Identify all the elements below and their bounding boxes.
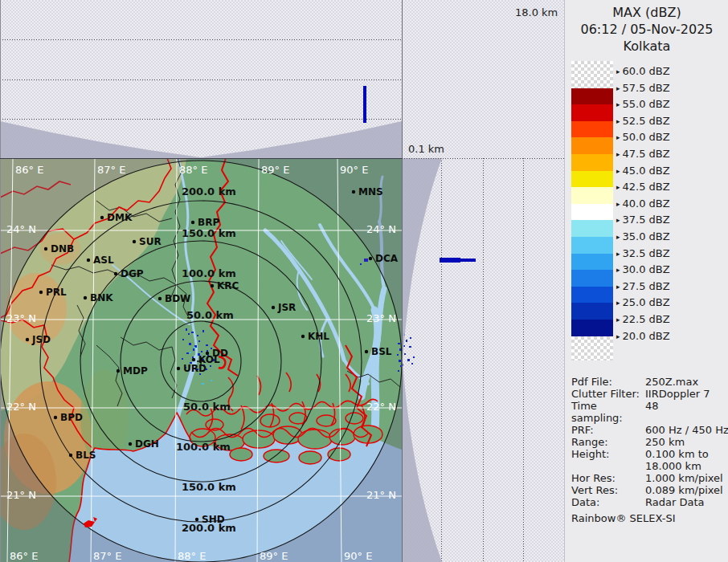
scale-tick-label: ▸47.5 dBZ <box>616 148 670 161</box>
metadata-row: 18.000 km <box>571 460 726 472</box>
city-dot <box>84 296 87 299</box>
radar-application-window: 200.0 km150.0 km100.0 km50.0 km50.0 km10… <box>0 0 728 562</box>
city-dot <box>192 358 195 361</box>
city-label: ASL <box>93 255 114 266</box>
scale-nodata-band <box>571 336 613 360</box>
scale-tick-label: ▸27.5 dBZ <box>616 280 670 293</box>
metadata-row: Data:Radar Data <box>571 496 726 508</box>
meridian-label-top: 86° E <box>15 164 43 176</box>
city-dot <box>211 284 214 287</box>
echo-pixel <box>409 346 411 348</box>
city-label: BPD <box>60 412 83 423</box>
height-axis-min-label: 0.1 km <box>408 143 444 155</box>
echo-pixel <box>198 340 200 342</box>
echo-pixel <box>398 343 400 344</box>
echo-pixel <box>182 358 183 360</box>
echo-pixel <box>399 348 401 351</box>
echo-pixel <box>210 365 211 367</box>
scale-color-band <box>571 187 613 204</box>
echo-pixel <box>188 333 190 335</box>
radar-display-area: 200.0 km150.0 km100.0 km50.0 km50.0 km10… <box>0 0 564 562</box>
parallel-label-left: 22° N <box>6 401 36 413</box>
metadata-row: PRF:600 Hz / 450 Hz <box>571 424 726 436</box>
range-ring-label: 50.0 km <box>183 401 231 413</box>
scale-tick-label: ▸57.5 dBZ <box>616 82 670 95</box>
height-axis-max-label: 18.0 km <box>515 6 558 18</box>
parallel-label-right: 23° N <box>366 312 396 324</box>
echo-pixel <box>202 330 204 332</box>
city-label: DNB <box>51 243 74 255</box>
tick-arrow-icon: ▸ <box>616 250 620 258</box>
city-label: BLS <box>76 450 96 461</box>
parallel-label-left: 24° N <box>6 223 36 235</box>
echo-pixel <box>197 335 198 336</box>
echo-pixel <box>192 356 194 358</box>
city-dot <box>87 259 90 262</box>
tick-arrow-icon: ▸ <box>616 150 620 158</box>
scale-tick-label: ▸42.5 dBZ <box>616 181 670 193</box>
profile-echo-top <box>363 86 366 123</box>
echo-pixel <box>413 356 415 358</box>
metadata-row: Pdf File:250Z.max <box>571 376 726 388</box>
meridian-label-top: 88° E <box>179 164 207 176</box>
tick-arrow-icon: ▸ <box>616 167 620 175</box>
scale-nodata-band <box>571 61 613 88</box>
meridian-label-bottom: 88° E <box>178 550 206 562</box>
city-dot <box>369 257 372 260</box>
echo-pixel <box>404 353 406 355</box>
range-ring-label: 50.0 km <box>186 309 234 321</box>
scale-tick-label: ▸45.0 dBZ <box>616 165 670 177</box>
station-name: Kolkata <box>565 38 728 55</box>
echo-pixel <box>400 365 402 367</box>
city-dot <box>44 247 47 250</box>
city-dot <box>158 297 162 300</box>
echo-pixel <box>360 263 362 265</box>
scale-tick-label: ▸22.5 dBZ <box>616 313 670 326</box>
echo-pixel <box>202 383 204 385</box>
meridian-label-bottom: 89° E <box>260 550 288 562</box>
city-dot <box>195 518 198 521</box>
software-brand: Rainbow® SELEX-SI <box>571 512 726 524</box>
tick-arrow-icon: ▸ <box>616 133 620 141</box>
scale-tick-label: ▸35.0 dBZ <box>616 230 670 243</box>
scale-color-band <box>571 220 613 237</box>
city-label: KHL <box>308 331 329 342</box>
city-dot <box>365 350 368 353</box>
echo-pixel <box>399 360 401 362</box>
scale-color-band <box>571 137 613 154</box>
city-label: BSL <box>371 346 392 357</box>
scale-color-band <box>571 320 613 336</box>
scale-tick-label: ▸37.5 dBZ <box>616 214 670 226</box>
city-label: DMK <box>107 212 133 223</box>
echo-pixel <box>189 343 191 345</box>
city-label: MDP <box>123 365 148 377</box>
meridian-label-bottom: 86° E <box>10 550 38 562</box>
city-label: DGP <box>121 268 144 279</box>
city-label: JSD <box>31 334 51 345</box>
beam-blind-wedge-top <box>0 121 402 158</box>
scale-color-band <box>571 254 613 271</box>
city-dot <box>301 335 305 338</box>
city-label: JSR <box>277 302 296 313</box>
scan-datetime: 06:12 / 05-Nov-2025 <box>565 21 728 38</box>
echo-pixel <box>407 359 410 361</box>
city-dot <box>117 369 120 373</box>
city-label: URD <box>183 363 207 374</box>
parallel-label-left: 23° N <box>6 312 36 324</box>
city-label: KRC <box>217 280 239 291</box>
echo-pixel <box>186 328 187 331</box>
parallel-label-right: 24° N <box>366 223 396 235</box>
tick-arrow-icon: ▸ <box>616 183 620 191</box>
city-dot <box>69 454 72 457</box>
meridian-label-bottom: 90° E <box>344 550 372 562</box>
tick-arrow-icon: ▸ <box>616 283 620 291</box>
city-dot <box>129 442 132 446</box>
city-label: BDW <box>165 293 190 304</box>
city-dot <box>54 416 57 419</box>
echo-pixel <box>194 347 195 348</box>
scale-color-band <box>571 204 613 221</box>
city-dot <box>272 306 275 309</box>
side-profile-panel <box>402 158 524 562</box>
product-metadata: Pdf File:250Z.maxClutter Filter:IIRDoppl… <box>571 376 726 524</box>
tick-arrow-icon: ▸ <box>616 332 620 340</box>
